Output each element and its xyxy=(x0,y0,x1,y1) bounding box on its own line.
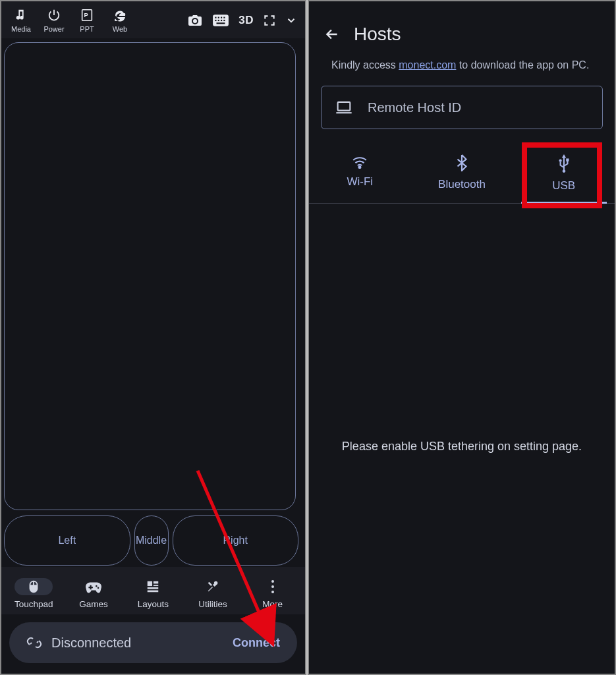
layouts-icon xyxy=(146,578,160,595)
nav-label: More xyxy=(262,599,283,609)
svg-point-24 xyxy=(559,160,561,162)
nav-more[interactable]: More xyxy=(242,578,302,609)
top-toolbar: Media Power P PPT Web xyxy=(1,1,305,38)
keyboard-icon[interactable] xyxy=(212,14,229,27)
music-icon xyxy=(14,7,28,24)
toolbar-label: Media xyxy=(11,25,31,33)
svg-rect-6 xyxy=(224,17,225,18)
toolbar-label: PPT xyxy=(80,25,94,33)
toolbar-power[interactable]: Power xyxy=(40,7,69,33)
svg-rect-12 xyxy=(148,581,152,585)
svg-rect-14 xyxy=(154,585,158,586)
svg-rect-23 xyxy=(566,158,569,161)
usb-tethering-message: Please enable USB tethering on setting p… xyxy=(309,440,615,454)
3d-button[interactable]: 3D xyxy=(238,14,254,27)
toolbar-label: Web xyxy=(113,25,127,33)
ppt-icon: P xyxy=(80,7,94,24)
svg-rect-9 xyxy=(221,20,222,21)
toolbar-media[interactable]: Media xyxy=(7,7,36,33)
connect-button[interactable]: Connect xyxy=(233,636,280,650)
usb-icon xyxy=(557,154,571,173)
page-title: Hosts xyxy=(354,24,401,45)
tab-usb[interactable]: USB xyxy=(513,152,615,203)
nav-label: Utilities xyxy=(198,599,227,609)
camera-icon[interactable] xyxy=(187,13,203,28)
connection-tabs: Wi-Fi Bluetooth USB xyxy=(309,152,615,204)
svg-rect-8 xyxy=(218,20,219,21)
more-vertical-icon xyxy=(270,578,275,595)
svg-rect-5 xyxy=(221,17,222,18)
download-hint: Kindly access monect.com to download the… xyxy=(309,50,615,71)
svg-rect-21 xyxy=(338,102,350,111)
nav-layouts[interactable]: Layouts xyxy=(123,578,183,609)
laptop-icon xyxy=(335,100,353,115)
bluetooth-icon xyxy=(456,154,468,171)
mouse-icon xyxy=(14,578,53,595)
tab-bluetooth[interactable]: Bluetooth xyxy=(411,152,513,203)
toolbar-web[interactable]: Web xyxy=(105,7,134,33)
svg-point-19 xyxy=(271,591,274,593)
svg-rect-13 xyxy=(154,581,158,583)
tab-wifi[interactable]: Wi-Fi xyxy=(309,152,411,203)
svg-rect-15 xyxy=(148,587,159,589)
link-broken-icon xyxy=(26,635,42,651)
tools-icon xyxy=(206,578,220,595)
connection-status-bar[interactable]: Disconnected Connect xyxy=(9,622,297,663)
ie-icon xyxy=(112,7,128,24)
toolbar-ppt[interactable]: P PPT xyxy=(72,7,101,33)
svg-point-22 xyxy=(359,166,361,168)
toolbar-label: Power xyxy=(43,25,64,33)
nav-label: Layouts xyxy=(138,599,169,609)
svg-text:P: P xyxy=(84,12,88,18)
svg-rect-3 xyxy=(215,17,217,18)
svg-rect-4 xyxy=(218,17,219,18)
svg-rect-10 xyxy=(224,20,225,21)
gamepad-icon xyxy=(85,578,102,595)
svg-rect-16 xyxy=(148,590,159,592)
svg-rect-7 xyxy=(215,20,217,21)
bottom-nav: Touchpad Games Layouts Utilities More xyxy=(1,567,305,614)
tab-label: USB xyxy=(552,179,575,192)
nav-touchpad[interactable]: Touchpad xyxy=(4,578,64,609)
tab-label: Bluetooth xyxy=(438,178,486,191)
nav-utilities[interactable]: Utilities xyxy=(183,578,243,609)
power-icon xyxy=(47,7,61,24)
remote-host-id-input[interactable]: Remote Host ID xyxy=(321,86,603,129)
touchpad-surface[interactable] xyxy=(4,42,296,510)
touchpad-area: Left Middle Right xyxy=(4,42,298,567)
fullscreen-icon[interactable] xyxy=(263,14,276,27)
hosts-screen: Hosts Kindly access monect.com to downlo… xyxy=(308,0,616,675)
status-text: Disconnected xyxy=(51,635,131,651)
chevron-down-icon[interactable] xyxy=(285,15,297,26)
nav-label: Games xyxy=(79,599,108,609)
nav-label: Touchpad xyxy=(14,599,53,609)
tab-label: Wi-Fi xyxy=(347,175,374,189)
svg-point-17 xyxy=(271,580,274,583)
nav-games[interactable]: Games xyxy=(64,578,124,609)
svg-rect-11 xyxy=(217,22,225,24)
mouse-right-button[interactable]: Right xyxy=(173,515,299,566)
mouse-left-button[interactable]: Left xyxy=(4,515,130,566)
back-icon[interactable] xyxy=(323,26,341,43)
wifi-icon xyxy=(351,154,368,169)
svg-point-18 xyxy=(271,585,274,588)
monect-link[interactable]: monect.com xyxy=(399,59,456,71)
input-placeholder: Remote Host ID xyxy=(368,100,461,115)
mouse-middle-button[interactable]: Middle xyxy=(134,515,169,566)
touchpad-screen: Media Power P PPT Web xyxy=(0,0,306,675)
